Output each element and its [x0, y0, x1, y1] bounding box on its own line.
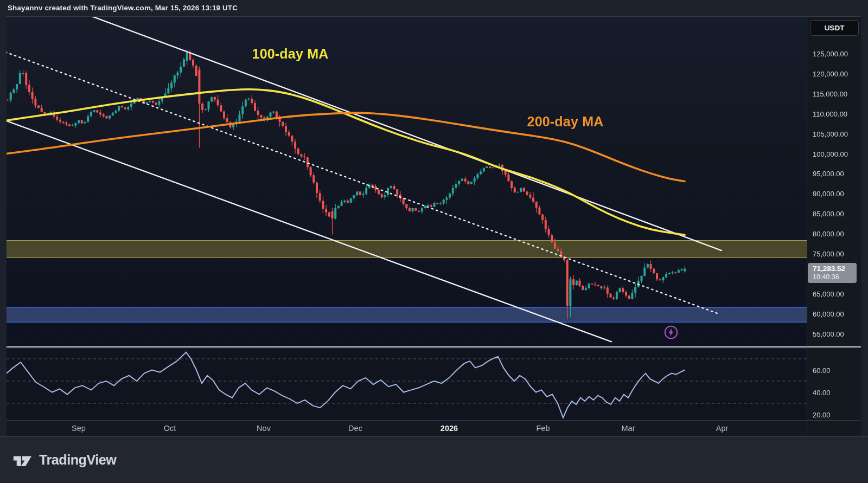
tradingview-logo[interactable]: TradingView [12, 452, 116, 468]
attribution-text: Shayannv created with TradingView.com, M… [8, 0, 238, 16]
price-tick-label: 125,000.00 [813, 50, 848, 58]
rsi-tick-label: 60.00 [813, 366, 831, 374]
ma100-annotation: 100-day MA [252, 46, 329, 62]
price-tick-label: 65,000.00 [813, 289, 844, 298]
footer-bar: TradingView [0, 437, 868, 483]
price-tick-label: 95,000.00 [813, 170, 844, 178]
tradingview-logo-icon [12, 452, 34, 468]
tradingview-snapshot: Shayannv created with TradingView.com, M… [0, 0, 868, 483]
rsi-tick-label: 20.00 [813, 410, 831, 418]
time-axis-border [7, 420, 861, 421]
last-price-badge: 71,283.52 10:40:36 [808, 263, 857, 283]
chart-canvas[interactable] [0, 0, 868, 483]
currency-label: USDT [825, 24, 845, 32]
price-tick-label: 100,000.00 [813, 150, 848, 158]
time-tick-label: Oct [164, 424, 176, 433]
price-tick-label: 80,000.00 [813, 230, 844, 238]
tradingview-wordmark: TradingView [39, 452, 116, 468]
time-tick-label: Dec [348, 424, 362, 433]
time-tick-label: Nov [257, 424, 271, 433]
pane-top-border [7, 16, 861, 17]
price-tick-label: 115,000.00 [813, 89, 847, 98]
price-tick-label: 105,000.00 [813, 130, 848, 138]
time-tick-label: 2026 [441, 424, 458, 433]
pane-separator[interactable] [7, 346, 861, 347]
bar-countdown: 10:40:36 [813, 273, 857, 281]
price-tick-label: 55,000.00 [813, 330, 844, 338]
time-tick-label: Mar [622, 424, 635, 433]
price-tick-label: 120,000.00 [813, 69, 848, 78]
price-axis-border [807, 16, 807, 436]
price-tick-label: 60,000.00 [813, 310, 844, 318]
flash-icon[interactable] [663, 324, 679, 340]
time-tick-label: Apr [716, 424, 729, 433]
rsi-tick-label: 40.00 [813, 388, 831, 396]
currency-toggle-button[interactable]: USDT [810, 20, 859, 36]
ma200-annotation: 200-day MA [527, 114, 604, 130]
price-tick-label: 90,000.00 [813, 190, 844, 198]
price-tick-label: 75,000.00 [813, 250, 844, 258]
price-tick-label: 110,000.00 [813, 110, 847, 118]
time-tick-label: Sep [72, 424, 86, 433]
time-tick-label: Feb [537, 424, 550, 433]
price-tick-label: 85,000.00 [813, 210, 844, 218]
last-price-value: 71,283.52 [813, 265, 857, 273]
